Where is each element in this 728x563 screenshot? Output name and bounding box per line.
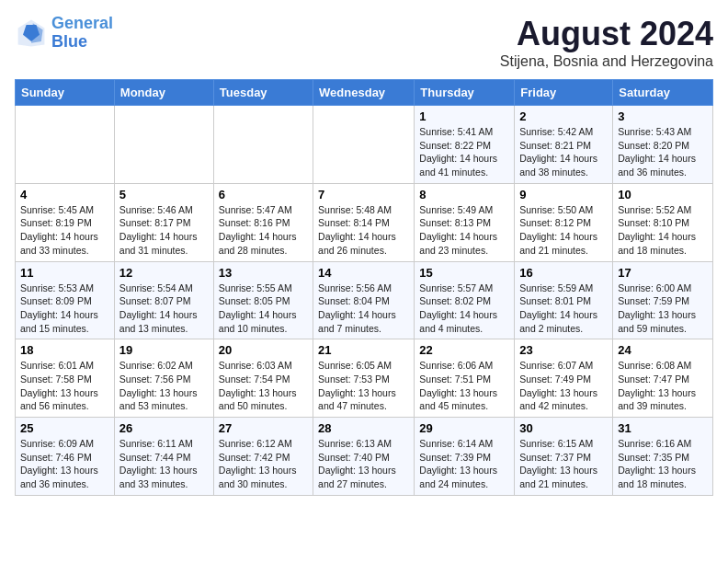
day-info: Sunrise: 5:53 AMSunset: 8:09 PMDaylight:… xyxy=(20,282,109,336)
day-number: 17 xyxy=(618,266,708,280)
calendar-header-wednesday: Wednesday xyxy=(313,80,415,106)
day-info: Sunrise: 5:59 AMSunset: 8:01 PMDaylight:… xyxy=(519,282,608,336)
day-number: 10 xyxy=(618,188,708,201)
calendar-cell: 6Sunrise: 5:47 AMSunset: 8:16 PMDaylight… xyxy=(213,183,313,261)
calendar-cell: 21Sunrise: 6:05 AMSunset: 7:53 PMDayligh… xyxy=(313,339,415,418)
day-number: 13 xyxy=(219,266,308,280)
day-info: Sunrise: 6:07 AMSunset: 7:49 PMDaylight:… xyxy=(519,359,608,413)
calendar-cell: 13Sunrise: 5:55 AMSunset: 8:05 PMDayligh… xyxy=(213,261,313,339)
calendar-table: SundayMondayTuesdayWednesdayThursdayFrid… xyxy=(15,79,713,496)
calendar-week-4: 18Sunrise: 6:01 AMSunset: 7:58 PMDayligh… xyxy=(16,339,713,418)
day-number: 15 xyxy=(419,266,509,280)
day-info: Sunrise: 6:01 AMSunset: 7:58 PMDaylight:… xyxy=(20,359,109,413)
day-number: 2 xyxy=(519,109,608,123)
day-info: Sunrise: 6:00 AMSunset: 7:59 PMDaylight:… xyxy=(618,282,708,336)
day-info: Sunrise: 6:05 AMSunset: 7:53 PMDaylight:… xyxy=(318,359,409,413)
calendar-header-tuesday: Tuesday xyxy=(213,80,313,106)
calendar-cell: 31Sunrise: 6:16 AMSunset: 7:35 PMDayligh… xyxy=(613,418,713,496)
day-number: 18 xyxy=(20,343,109,357)
day-info: Sunrise: 5:52 AMSunset: 8:10 PMDaylight:… xyxy=(618,203,708,258)
calendar-cell: 22Sunrise: 6:06 AMSunset: 7:51 PMDayligh… xyxy=(415,339,515,418)
calendar-cell: 28Sunrise: 6:13 AMSunset: 7:40 PMDayligh… xyxy=(313,418,415,496)
logo: General Blue xyxy=(15,15,113,52)
day-number: 23 xyxy=(519,343,608,357)
day-number: 6 xyxy=(219,188,308,201)
logo-icon xyxy=(15,17,48,50)
day-info: Sunrise: 5:41 AMSunset: 8:22 PMDaylight:… xyxy=(419,125,509,179)
calendar-cell xyxy=(213,106,313,184)
day-info: Sunrise: 5:46 AMSunset: 8:17 PMDaylight:… xyxy=(119,203,209,258)
day-info: Sunrise: 5:48 AMSunset: 8:14 PMDaylight:… xyxy=(318,203,409,258)
day-info: Sunrise: 5:50 AMSunset: 8:12 PMDaylight:… xyxy=(519,203,608,258)
calendar-cell: 30Sunrise: 6:15 AMSunset: 7:37 PMDayligh… xyxy=(515,418,613,496)
calendar-week-5: 25Sunrise: 6:09 AMSunset: 7:46 PMDayligh… xyxy=(16,418,713,496)
page-header: General Blue August 2024 Stijena, Bosnia… xyxy=(15,15,713,70)
calendar-week-3: 11Sunrise: 5:53 AMSunset: 8:09 PMDayligh… xyxy=(16,261,713,339)
day-info: Sunrise: 5:43 AMSunset: 8:20 PMDaylight:… xyxy=(618,125,708,179)
calendar-cell: 1Sunrise: 5:41 AMSunset: 8:22 PMDaylight… xyxy=(415,106,515,184)
day-number: 12 xyxy=(119,266,209,280)
day-number: 14 xyxy=(318,266,409,280)
day-info: Sunrise: 5:49 AMSunset: 8:13 PMDaylight:… xyxy=(419,203,509,258)
day-number: 7 xyxy=(318,188,409,201)
day-info: Sunrise: 6:06 AMSunset: 7:51 PMDaylight:… xyxy=(419,359,509,413)
logo-blue: Blue xyxy=(51,32,87,51)
day-info: Sunrise: 5:47 AMSunset: 8:16 PMDaylight:… xyxy=(219,203,308,258)
calendar-cell: 9Sunrise: 5:50 AMSunset: 8:12 PMDaylight… xyxy=(515,183,613,261)
day-info: Sunrise: 6:12 AMSunset: 7:42 PMDaylight:… xyxy=(219,437,308,491)
calendar-header-row: SundayMondayTuesdayWednesdayThursdayFrid… xyxy=(16,80,713,106)
day-number: 31 xyxy=(618,421,708,435)
calendar-header-saturday: Saturday xyxy=(613,80,713,106)
calendar-cell xyxy=(16,106,115,184)
day-number: 20 xyxy=(219,343,308,357)
day-info: Sunrise: 6:13 AMSunset: 7:40 PMDaylight:… xyxy=(318,437,409,491)
main-title: August 2024 xyxy=(500,15,713,53)
day-info: Sunrise: 5:45 AMSunset: 8:19 PMDaylight:… xyxy=(20,203,109,258)
day-number: 22 xyxy=(419,343,509,357)
day-number: 30 xyxy=(519,421,608,435)
day-info: Sunrise: 6:03 AMSunset: 7:54 PMDaylight:… xyxy=(219,359,308,413)
day-info: Sunrise: 6:14 AMSunset: 7:39 PMDaylight:… xyxy=(419,437,509,491)
calendar-cell: 12Sunrise: 5:54 AMSunset: 8:07 PMDayligh… xyxy=(114,261,213,339)
calendar-header-sunday: Sunday xyxy=(16,80,115,106)
title-block: August 2024 Stijena, Bosnia and Herzegov… xyxy=(500,15,713,70)
day-number: 26 xyxy=(119,421,209,435)
calendar-cell xyxy=(114,106,213,184)
calendar-cell: 20Sunrise: 6:03 AMSunset: 7:54 PMDayligh… xyxy=(213,339,313,418)
day-info: Sunrise: 6:08 AMSunset: 7:47 PMDaylight:… xyxy=(618,359,708,413)
day-number: 25 xyxy=(20,421,109,435)
day-number: 9 xyxy=(519,188,608,201)
day-info: Sunrise: 5:55 AMSunset: 8:05 PMDaylight:… xyxy=(219,282,308,336)
day-info: Sunrise: 6:16 AMSunset: 7:35 PMDaylight:… xyxy=(618,437,708,491)
calendar-cell xyxy=(313,106,415,184)
day-info: Sunrise: 6:11 AMSunset: 7:44 PMDaylight:… xyxy=(119,437,209,491)
day-info: Sunrise: 5:56 AMSunset: 8:04 PMDaylight:… xyxy=(318,282,409,336)
day-number: 5 xyxy=(119,188,209,201)
day-info: Sunrise: 5:54 AMSunset: 8:07 PMDaylight:… xyxy=(119,282,209,336)
day-number: 28 xyxy=(318,421,409,435)
day-info: Sunrise: 5:42 AMSunset: 8:21 PMDaylight:… xyxy=(519,125,608,179)
day-number: 11 xyxy=(20,266,109,280)
calendar-cell: 27Sunrise: 6:12 AMSunset: 7:42 PMDayligh… xyxy=(213,418,313,496)
day-number: 3 xyxy=(618,109,708,123)
calendar-cell: 11Sunrise: 5:53 AMSunset: 8:09 PMDayligh… xyxy=(16,261,115,339)
day-number: 1 xyxy=(419,109,509,123)
calendar-cell: 24Sunrise: 6:08 AMSunset: 7:47 PMDayligh… xyxy=(613,339,713,418)
day-number: 24 xyxy=(618,343,708,357)
calendar-cell: 5Sunrise: 5:46 AMSunset: 8:17 PMDaylight… xyxy=(114,183,213,261)
calendar-cell: 29Sunrise: 6:14 AMSunset: 7:39 PMDayligh… xyxy=(415,418,515,496)
calendar-header-thursday: Thursday xyxy=(415,80,515,106)
calendar-cell: 3Sunrise: 5:43 AMSunset: 8:20 PMDaylight… xyxy=(613,106,713,184)
day-info: Sunrise: 6:09 AMSunset: 7:46 PMDaylight:… xyxy=(20,437,109,491)
calendar-cell: 14Sunrise: 5:56 AMSunset: 8:04 PMDayligh… xyxy=(313,261,415,339)
calendar-cell: 2Sunrise: 5:42 AMSunset: 8:21 PMDaylight… xyxy=(515,106,613,184)
calendar-cell: 23Sunrise: 6:07 AMSunset: 7:49 PMDayligh… xyxy=(515,339,613,418)
day-number: 19 xyxy=(119,343,209,357)
day-info: Sunrise: 5:57 AMSunset: 8:02 PMDaylight:… xyxy=(419,282,509,336)
day-number: 29 xyxy=(419,421,509,435)
calendar-cell: 15Sunrise: 5:57 AMSunset: 8:02 PMDayligh… xyxy=(415,261,515,339)
calendar-body: 1Sunrise: 5:41 AMSunset: 8:22 PMDaylight… xyxy=(16,106,713,496)
calendar-cell: 16Sunrise: 5:59 AMSunset: 8:01 PMDayligh… xyxy=(515,261,613,339)
subtitle: Stijena, Bosnia and Herzegovina xyxy=(500,53,713,70)
calendar-header-monday: Monday xyxy=(114,80,213,106)
